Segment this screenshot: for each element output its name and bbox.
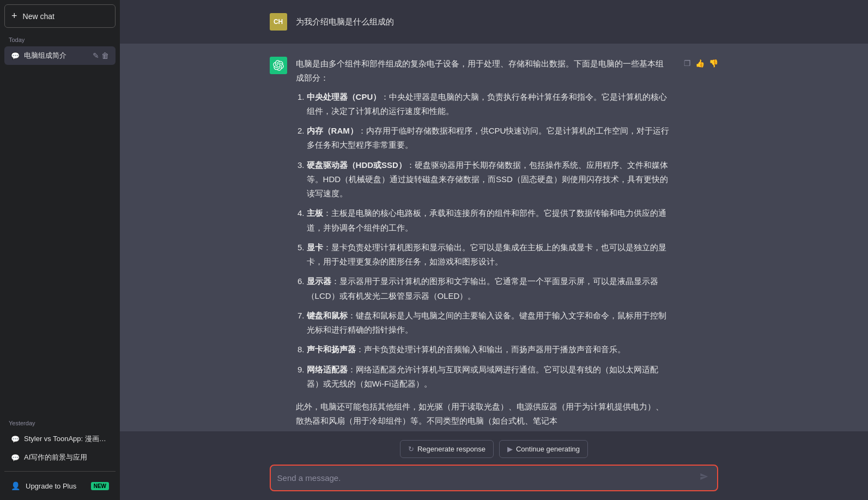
sidebar-bottom: 👤 Upgrade to Plus NEW <box>4 471 116 496</box>
regenerate-icon: ↻ <box>408 445 414 453</box>
chat-messages: CH 为我介绍电脑是什么组成的 电脑是由多个组件和部件组成的复杂电子设备，用于处… <box>120 0 868 431</box>
list-item: 硬盘驱动器（HDD或SSD）：硬盘驱动器用于长期存储数据，包括操作系统、应用程序… <box>307 158 671 201</box>
upgrade-label: Upgrade to Plus <box>26 482 76 490</box>
yesterday-label: Yesterday <box>4 418 116 430</box>
ai-message: 电脑是由多个组件和部件组成的复杂电子设备，用于处理、存储和输出数据。下面是电脑的… <box>120 44 868 431</box>
user-avatar: CH <box>270 13 287 31</box>
new-chat-label: New chat <box>23 12 54 21</box>
chat-bubble-icon-3: 💬 <box>11 454 20 462</box>
upgrade-to-plus-button[interactable]: 👤 Upgrade to Plus NEW <box>4 476 116 496</box>
edit-icon[interactable]: ✎ <box>93 51 99 60</box>
list-item: 显示器：显示器用于显示计算机的图形和文字输出。它通常是一个平面显示屏，可以是液晶… <box>307 274 671 303</box>
list-item: 中央处理器（CPU）：中央处理器是电脑的大脑，负责执行各种计算任务和指令。它是计… <box>307 90 671 119</box>
list-item: 显卡：显卡负责处理计算机图形和显示输出。它可以是集成在主板上的集成显卡，也可以是… <box>307 240 671 269</box>
new-badge: NEW <box>91 482 109 490</box>
user-icon: 👤 <box>11 481 20 490</box>
list-item: 网络适配器：网络适配器允许计算机与互联网或局域网进行通信。它可以是有线的（如以太… <box>307 363 671 391</box>
chat-item-label-2: Styler vs ToonApp: 漫画脸优... <box>24 434 109 444</box>
continue-label: Continue generating <box>516 445 580 453</box>
list-item: 键盘和鼠标：键盘和鼠标是人与电脑之间的主要输入设备。键盘用于输入文字和命令，鼠标… <box>307 309 671 338</box>
new-chat-button[interactable]: + New chat <box>4 4 116 28</box>
regenerate-label: Regenerate response <box>417 445 485 453</box>
ai-avatar <box>270 57 287 74</box>
ai-message-content: 电脑是由多个组件和部件组成的复杂电子设备，用于处理、存储和输出数据。下面是电脑的… <box>296 57 671 429</box>
message-input[interactable] <box>277 466 698 490</box>
thumbs-up-icon[interactable]: 👍 <box>695 59 705 68</box>
chat-item-label-3: AI写作的前景与应用 <box>24 453 109 462</box>
ai-intro-text: 电脑是由多个组件和部件组成的复杂电子设备，用于处理、存储和输出数据。下面是电脑的… <box>296 57 671 86</box>
ai-footer-text: 此外，电脑还可能包括其他组件，如光驱（用于读取光盘）、电源供应器（用于为计算机提… <box>296 400 671 429</box>
chat-bubble-icon-2: 💬 <box>11 435 20 443</box>
list-item: 内存（RAM）：内存用于临时存储数据和程序，供CPU快速访问。它是计算机的工作空… <box>307 124 671 153</box>
input-area: ↻ Regenerate response ▶ Continue generat… <box>120 431 868 500</box>
send-button[interactable] <box>697 470 711 486</box>
sidebar: + New chat Today 💬 电脑组成简介 ✎ 🗑 Yesterday … <box>0 0 120 500</box>
continue-icon: ▶ <box>507 445 513 453</box>
thumbs-down-icon[interactable]: 👎 <box>709 59 718 68</box>
copy-icon[interactable]: ❐ <box>684 59 691 68</box>
sidebar-item-chat-3[interactable]: 💬 AI写作的前景与应用 <box>4 448 116 467</box>
chat-item-actions: ✎ 🗑 <box>93 51 109 60</box>
chat-bubble-icon: 💬 <box>11 52 20 60</box>
message-input-wrapper <box>270 465 719 491</box>
sidebar-item-chat-1[interactable]: 💬 电脑组成简介 ✎ 🗑 <box>4 46 116 65</box>
list-item: 主板：主板是电脑的核心电路板，承载和连接所有的组件和部件。它提供了数据传输和电力… <box>307 206 671 235</box>
ai-item-list: 中央处理器（CPU）：中央处理器是电脑的大脑，负责执行各种计算任务和指令。它是计… <box>296 90 671 391</box>
plus-icon: + <box>11 10 17 22</box>
regenerate-response-button[interactable]: ↻ Regenerate response <box>400 440 494 458</box>
action-buttons: ↻ Regenerate response ▶ Continue generat… <box>400 440 588 458</box>
user-message: CH 为我介绍电脑是什么组成的 <box>120 0 868 44</box>
delete-icon[interactable]: 🗑 <box>101 51 109 60</box>
main-chat-area: CH 为我介绍电脑是什么组成的 电脑是由多个组件和部件组成的复杂电子设备，用于处… <box>120 0 868 500</box>
chat-item-label: 电脑组成简介 <box>24 51 88 61</box>
ai-message-actions: ❐ 👍 👎 <box>684 57 718 68</box>
sidebar-item-chat-2[interactable]: 💬 Styler vs ToonApp: 漫画脸优... <box>4 430 116 448</box>
user-message-content: 为我介绍电脑是什么组成的 <box>296 13 394 28</box>
today-label: Today <box>4 34 116 46</box>
continue-generating-button[interactable]: ▶ Continue generating <box>499 440 588 458</box>
list-item: 声卡和扬声器：声卡负责处理计算机的音频输入和输出，而扬声器用于播放声音和音乐。 <box>307 342 671 357</box>
